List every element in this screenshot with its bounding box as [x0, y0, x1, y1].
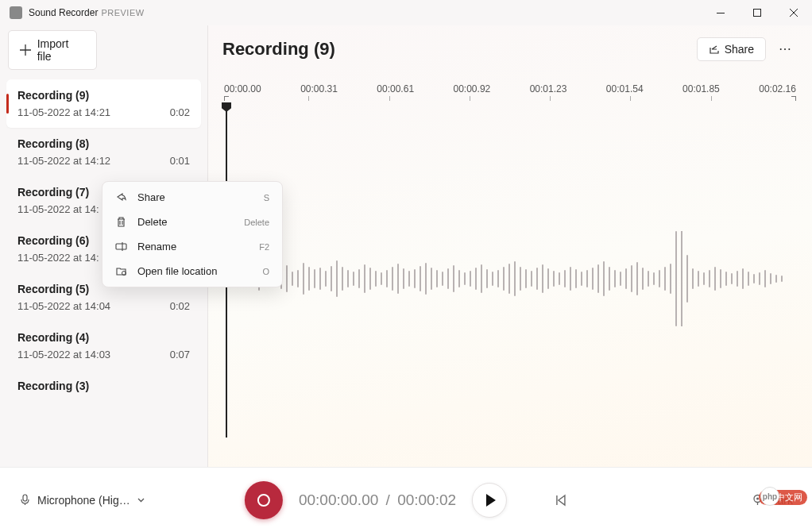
recording-date: 11-05-2022 at 14:12	[17, 155, 110, 167]
waveform-area[interactable]	[222, 104, 798, 445]
recording-title: Recording (4)	[17, 331, 190, 344]
recording-date: 11-05-2022 at 14:	[17, 252, 99, 264]
recording-duration: 0:02	[170, 106, 190, 118]
timeline-labels: 00:00.00 00:00.31 00:00.61 00:00.92 00:0…	[222, 83, 798, 94]
app-icon	[10, 6, 22, 19]
time-current: 00:00:00.00	[299, 492, 378, 508]
recording-duration: 0:07	[170, 349, 190, 360]
play-button[interactable]	[472, 483, 507, 518]
menu-shortcut: S	[264, 193, 269, 202]
recording-item[interactable]: Recording (8) 11-05-2022 at 14:12 0:01	[6, 128, 201, 176]
timeline-label: 00:00.92	[454, 83, 491, 94]
plus-icon	[20, 44, 31, 56]
menu-delete[interactable]: Delete Delete	[106, 210, 279, 234]
more-button[interactable]: ⋯	[772, 37, 798, 61]
recording-duration: 0:02	[170, 300, 190, 312]
recording-item[interactable]: Recording (9) 11-05-2022 at 14:21 0:02	[6, 79, 201, 128]
record-icon	[257, 494, 270, 507]
prev-marker-button[interactable]	[555, 494, 567, 507]
menu-shortcut: O	[262, 267, 269, 276]
timeline-label: 00:01.54	[606, 83, 644, 94]
menu-share[interactable]: Share S	[106, 185, 279, 210]
app-name: Sound Recorder	[29, 7, 98, 18]
context-menu: Share S Delete Delete Rename F2 Open fil…	[102, 181, 283, 287]
play-icon	[485, 493, 497, 507]
import-button[interactable]: Import file	[8, 30, 97, 70]
svg-rect-0	[717, 13, 725, 13]
menu-label: Delete	[137, 216, 168, 228]
titlebar: Sound Recorder PREVIEW	[0, 0, 812, 25]
menu-open-location[interactable]: Open file location O	[106, 259, 279, 283]
time-display: 00:00:00.00 / 00:00:02	[299, 492, 456, 509]
timeline-label: 00:02.16	[759, 83, 796, 94]
window-controls	[702, 0, 812, 25]
ellipsis-icon: ⋯	[779, 42, 791, 56]
recording-date: 11-05-2022 at 14:21	[17, 106, 110, 118]
recording-title: Recording (3)	[17, 380, 190, 392]
app-preview-badge: PREVIEW	[101, 8, 144, 17]
share-button[interactable]: Share	[697, 37, 766, 61]
bottom-bar: Microphone (Hig… 00:00:00.00 / 00:00:02 …	[0, 467, 812, 532]
chevron-down-icon	[137, 495, 145, 504]
menu-label: Open file location	[137, 265, 217, 277]
timeline-label: 00:00.31	[300, 83, 338, 94]
svg-rect-2	[116, 244, 126, 249]
share-label: Share	[725, 43, 754, 56]
recording-date: 11-05-2022 at 14:03	[17, 349, 110, 360]
recording-title: Recording (8)	[17, 137, 190, 150]
microphone-icon	[19, 494, 31, 506]
watermark: 中文网	[759, 490, 807, 505]
menu-label: Share	[137, 191, 165, 203]
microphone-label: Microphone (Hig…	[37, 494, 130, 507]
menu-shortcut: F2	[259, 242, 269, 252]
folder-icon	[115, 265, 130, 277]
minimize-button[interactable]	[702, 0, 739, 25]
share-icon	[115, 191, 130, 203]
svg-rect-4	[23, 495, 27, 501]
recording-item[interactable]: Recording (4) 11-05-2022 at 14:03 0:07	[6, 322, 201, 370]
recording-duration: 0:01	[170, 155, 190, 167]
timeline-label: 00:00.00	[224, 83, 261, 94]
recording-date: 11-05-2022 at 14:	[17, 203, 99, 215]
recording-item[interactable]: Recording (3)	[6, 370, 201, 402]
share-icon	[709, 44, 720, 55]
minimize-icon	[717, 13, 725, 13]
page-title: Recording (9)	[222, 39, 335, 60]
timeline-label: 00:01.23	[530, 83, 567, 94]
recording-title: Recording (9)	[17, 89, 190, 102]
close-button[interactable]	[775, 0, 812, 25]
maximize-button[interactable]	[739, 0, 775, 25]
menu-rename[interactable]: Rename F2	[106, 234, 279, 259]
timeline-ticks	[222, 96, 798, 104]
maximize-icon	[753, 9, 761, 17]
trash-icon	[115, 216, 130, 228]
skip-prev-icon	[555, 494, 567, 507]
content-area: Recording (9) Share ⋯ 00:00.00 00:00.31 …	[208, 25, 812, 467]
menu-shortcut: Delete	[244, 218, 269, 227]
close-icon	[790, 9, 798, 17]
rename-icon	[115, 241, 130, 253]
time-total: 00:00:02	[397, 492, 456, 508]
record-button[interactable]	[245, 481, 283, 519]
timeline-label: 00:01.85	[682, 83, 720, 94]
svg-rect-1	[754, 10, 761, 17]
timeline-label: 00:00.61	[377, 83, 414, 94]
import-label: Import file	[37, 37, 85, 63]
recording-date: 11-05-2022 at 14:04	[17, 300, 110, 312]
waveform	[230, 231, 798, 326]
microphone-selector[interactable]: Microphone (Hig…	[19, 494, 145, 507]
menu-label: Rename	[137, 241, 176, 253]
